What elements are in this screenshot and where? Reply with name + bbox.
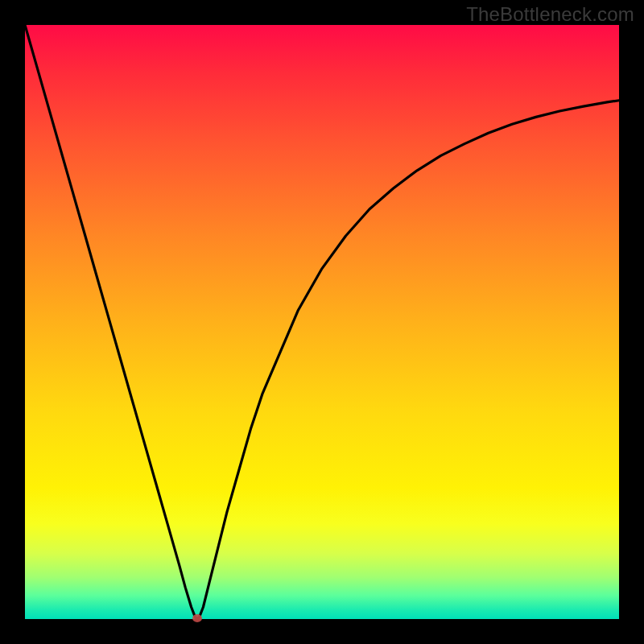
chart-frame: TheBottleneck.com	[0, 0, 644, 644]
bottleneck-curve	[25, 25, 619, 619]
watermark-text: TheBottleneck.com	[466, 3, 634, 26]
plot-area	[25, 25, 619, 619]
vertex-marker	[192, 614, 202, 622]
